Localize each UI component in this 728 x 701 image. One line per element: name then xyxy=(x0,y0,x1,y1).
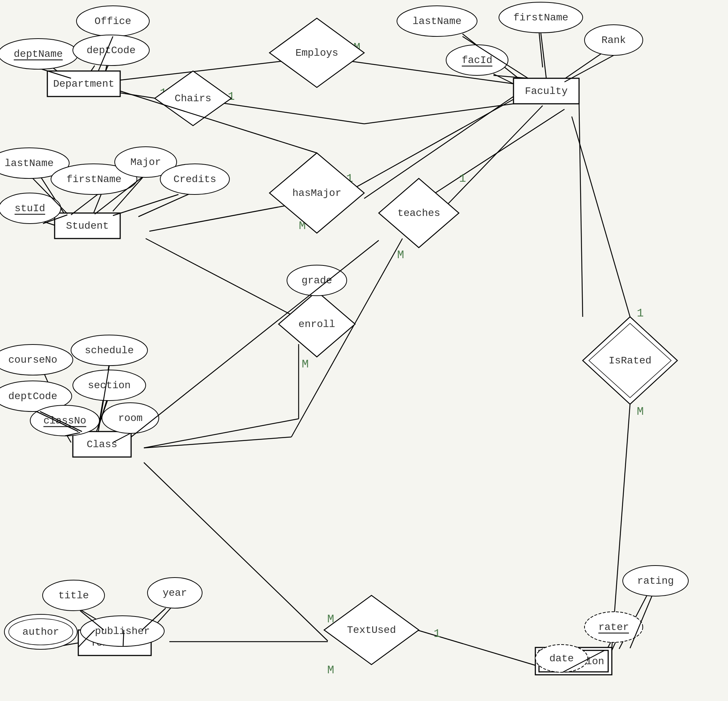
line-class-teaches xyxy=(131,240,379,437)
attr-rank-label: Rank xyxy=(601,35,625,46)
mult-enroll-m2: M xyxy=(302,358,308,371)
line-deptcode-dept2 xyxy=(91,65,95,71)
attr-firstname-fac-label: firstName xyxy=(513,12,568,23)
attr-grade-label: grade xyxy=(302,275,332,286)
line-chairs-faculty xyxy=(364,104,513,124)
attr-room-label: room xyxy=(118,413,142,424)
attr-deptcode-cls-label: deptCode xyxy=(9,391,57,402)
entity-student-label: Student xyxy=(66,220,109,231)
attr-firstname-stu-label: firstName xyxy=(66,174,121,185)
attr-section-label: section xyxy=(88,380,131,391)
relation-hasmajor-label: hasMajor xyxy=(292,188,341,199)
relation-textused-label: TextUsed xyxy=(347,624,396,636)
attr-deptcode-label: deptCode xyxy=(87,45,136,56)
attr-office-label: Office xyxy=(95,16,131,27)
line-enroll-class2 xyxy=(144,419,299,448)
attr-deptname-label: deptName xyxy=(14,48,63,60)
attr-schedule-label: schedule xyxy=(85,345,134,356)
mult-textused-1: 1 xyxy=(433,627,440,640)
line-faculty-teaches xyxy=(448,106,543,204)
relation-israted-label: IsRated xyxy=(608,355,651,366)
mult-textused-m2: M xyxy=(327,663,334,677)
attr-author-label: author xyxy=(23,626,59,637)
mult-israted-1: 1 xyxy=(637,306,644,320)
line-rank-fac2 xyxy=(565,55,614,82)
mult-teaches-1: 1 xyxy=(459,172,466,185)
mult-israted-m: M xyxy=(637,405,644,418)
line-chairs-mid xyxy=(215,102,364,124)
line-teaches-class2 xyxy=(144,437,291,448)
attr-rater-label: rater xyxy=(598,622,629,633)
relation-chairs-label: Chairs xyxy=(175,93,212,104)
attr-major-label: Major xyxy=(130,157,161,168)
attr-stuid-label: stuId xyxy=(14,203,45,214)
attr-title-label: title xyxy=(58,590,89,601)
line-stu-hasmajor xyxy=(149,204,295,231)
relation-enroll-label: enroll xyxy=(299,319,335,330)
attr-courseno-label: courseNo xyxy=(9,354,57,366)
line-teaches-faculty-top xyxy=(435,109,565,193)
entity-class-label: Class xyxy=(87,439,117,450)
attr-date-label: date xyxy=(549,653,573,664)
attr-lastname-fac-label: lastName xyxy=(413,16,461,27)
entity-department-label: Department xyxy=(53,78,114,90)
line-faculty-israted xyxy=(572,117,630,317)
attr-facid-label: facId xyxy=(462,55,493,66)
line-fac-hasmajor xyxy=(364,97,513,198)
line-class-textused xyxy=(144,463,328,641)
attr-publisher-label: publisher xyxy=(95,626,150,637)
relation-teaches-label: teaches xyxy=(397,208,440,219)
line-rank-fac xyxy=(563,54,601,80)
attr-credits-label: Credits xyxy=(173,174,216,185)
line-stu-enroll xyxy=(146,238,299,319)
line-israted-eval xyxy=(612,404,630,648)
line-credits-stu2 xyxy=(113,194,178,215)
mult-teaches-m: M xyxy=(397,249,404,262)
line-firstname-fac xyxy=(539,31,543,67)
attr-lastname-stu-label: lastName xyxy=(5,158,53,169)
entity-faculty-label: Faculty xyxy=(525,85,568,97)
relation-employs-label: Employs xyxy=(295,47,338,59)
attr-year-label: year xyxy=(162,587,187,599)
line-dept-employs xyxy=(120,60,291,80)
line-fac-israted-v xyxy=(579,104,583,317)
attr-rating-label: rating xyxy=(637,575,674,587)
